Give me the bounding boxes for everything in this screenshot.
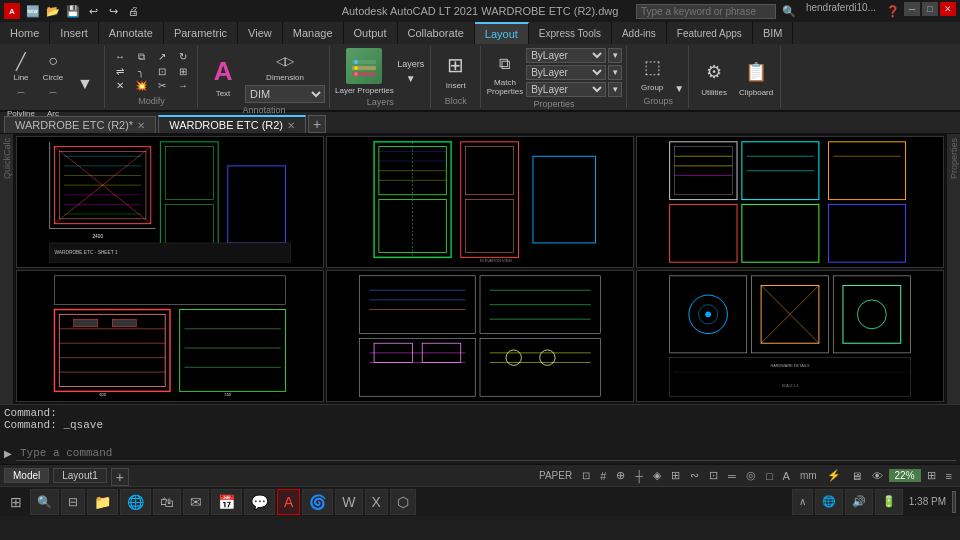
cad-panel-3[interactable] — [636, 136, 944, 268]
cad-panel-1[interactable]: 2400 WARDROBE ETC - SHEET 1 — [16, 136, 324, 268]
tab-view[interactable]: View — [238, 22, 283, 44]
search-taskbar-btn[interactable]: 🔍 — [30, 489, 59, 515]
hardware-accel-btn[interactable]: 🖥 — [847, 466, 866, 486]
tray-arrow[interactable]: ∧ — [792, 489, 813, 515]
clipboard-btn[interactable]: 📋 Clipboard — [736, 55, 776, 98]
cad-panel-6[interactable]: HARDWARE DETAILS SCALE 1:2 — [636, 270, 944, 402]
annotation-monitor-btn[interactable]: A — [779, 466, 794, 486]
viewport-controls-btn[interactable]: ⊞ — [923, 466, 940, 486]
color-dropdown-btn[interactable]: ▼ — [608, 48, 622, 63]
line-btn[interactable]: ╱Line — [6, 48, 36, 83]
text-btn[interactable]: A Text — [203, 52, 243, 99]
doc-tab-1-close[interactable]: ✕ — [137, 120, 145, 131]
ducs-btn[interactable]: ⊡ — [705, 466, 722, 486]
selection-btn[interactable]: □ — [762, 466, 777, 486]
taskbar-app-sketchup[interactable]: ⬡ — [390, 489, 416, 515]
lineweight-dropdown-btn[interactable]: ▼ — [608, 82, 622, 97]
doc-tab-2[interactable]: WARDROBE ETC (R2) ✕ — [158, 115, 306, 133]
taskbar-app-store[interactable]: 🛍 — [153, 489, 181, 515]
dimension-btn[interactable]: ◁▷ Dimension — [265, 48, 305, 83]
quickcalc-label[interactable]: QuickCalc — [2, 134, 12, 183]
layout1-tab[interactable]: Layout1 — [53, 468, 107, 483]
tab-layout[interactable]: Layout — [475, 22, 529, 44]
array-btn[interactable]: ⊞ — [173, 65, 193, 78]
mirror-btn[interactable]: ⇌ — [110, 65, 130, 78]
circle-btn[interactable]: ○Circle — [38, 48, 68, 83]
new-btn[interactable]: 🆕 — [24, 2, 42, 20]
move-btn[interactable]: ↔ — [110, 50, 130, 64]
extend-btn[interactable]: → — [173, 79, 193, 92]
units-btn[interactable]: mm — [796, 466, 821, 486]
taskbar-app-1[interactable]: 📁 — [87, 489, 118, 515]
erase-btn[interactable]: ✕ — [110, 79, 130, 92]
tab-home[interactable]: Home — [0, 22, 50, 44]
tray-volume[interactable]: 🔊 — [845, 489, 873, 515]
trim-btn[interactable]: ✂ — [152, 79, 172, 92]
linetype-select[interactable]: ByLayer — [526, 65, 606, 80]
taskbar-app-word[interactable]: W — [335, 489, 362, 515]
model-tab[interactable]: Model — [4, 468, 49, 483]
fillet-btn[interactable]: ╮ — [131, 65, 151, 78]
linetype-dropdown-btn[interactable]: ▼ — [608, 65, 622, 80]
tab-insert[interactable]: Insert — [50, 22, 99, 44]
save-btn[interactable]: 💾 — [64, 2, 82, 20]
task-view-btn[interactable]: ⊟ — [61, 489, 85, 515]
taskbar-app-calendar[interactable]: 📅 — [211, 489, 242, 515]
isolate-btn[interactable]: 👁 — [868, 466, 887, 486]
tab-collaborate[interactable]: Collaborate — [398, 22, 475, 44]
copy-btn[interactable]: ⧉ — [131, 50, 151, 64]
transparency-btn[interactable]: ◎ — [742, 466, 760, 486]
explode-btn[interactable]: 💥 — [131, 79, 151, 92]
groups-more-btn[interactable]: ▼ — [674, 83, 684, 94]
properties-label[interactable]: Properties — [949, 134, 959, 183]
layers-more-btn[interactable]: ▼ — [396, 72, 426, 85]
utilities-btn[interactable]: ⚙ Utilities — [694, 55, 734, 98]
rotate-btn[interactable]: ↻ — [173, 50, 193, 64]
cad-panel-4[interactable]: 600 550 — [16, 270, 324, 402]
draw-more-btn[interactable]: ▼ — [70, 74, 100, 94]
dim-style-select[interactable]: DIM — [245, 85, 325, 103]
new-tab-button[interactable]: + — [308, 115, 326, 133]
layers-panel-btn[interactable]: Layers — [396, 58, 426, 70]
open-btn[interactable]: 📂 — [44, 2, 62, 20]
match-properties-btn[interactable]: ⧉ MatchProperties — [486, 49, 524, 97]
taskbar-app-excel[interactable]: X — [365, 489, 388, 515]
lineweight-select[interactable]: ByLayer — [526, 82, 606, 97]
close-button[interactable]: ✕ — [940, 2, 956, 16]
color-select[interactable]: ByLayer — [526, 48, 606, 63]
ortho-btn[interactable]: ┼ — [631, 466, 647, 486]
tray-battery[interactable]: 🔋 — [875, 489, 903, 515]
help-btn[interactable]: ❓ — [884, 2, 902, 20]
taskbar-app-messenger[interactable]: 💬 — [244, 489, 275, 515]
polar-btn[interactable]: ◈ — [649, 466, 665, 486]
doc-tab-1[interactable]: WARDROBE ETC (R2)* ✕ — [4, 116, 156, 133]
tab-manage[interactable]: Manage — [283, 22, 344, 44]
taskbar-app-chrome[interactable]: 🌀 — [302, 489, 333, 515]
layer-properties-btn[interactable]: Layer Properties — [335, 48, 394, 95]
search-icon[interactable]: 🔍 — [780, 2, 798, 20]
lineweight-btn[interactable]: ═ — [724, 466, 740, 486]
command-input-field[interactable] — [16, 445, 956, 461]
cad-canvas[interactable]: 2400 WARDROBE ETC - SHEET 1 — [14, 134, 946, 404]
zoom-level[interactable]: 22% — [889, 469, 921, 482]
new-layout-btn[interactable]: + — [111, 468, 129, 486]
group-btn[interactable]: ⬚ Group — [632, 50, 672, 93]
otrack-btn[interactable]: ∾ — [686, 466, 703, 486]
taskbar-app-mail[interactable]: ✉ — [183, 489, 209, 515]
tab-express[interactable]: Express Tools — [529, 22, 612, 44]
maximize-button[interactable]: □ — [922, 2, 938, 16]
customization-btn[interactable]: ≡ — [942, 466, 956, 486]
minimize-button[interactable]: ─ — [904, 2, 920, 16]
insert-btn[interactable]: ⊞ Insert — [436, 48, 476, 91]
doc-tab-2-close[interactable]: ✕ — [287, 120, 295, 131]
plot-btn[interactable]: 🖨 — [124, 2, 142, 20]
model-space-btn[interactable]: ⊡ — [578, 466, 594, 486]
tray-network[interactable]: 🌐 — [815, 489, 843, 515]
keyword-search[interactable] — [636, 4, 776, 19]
tab-addins[interactable]: Add-ins — [612, 22, 667, 44]
redo-btn[interactable]: ↪ — [104, 2, 122, 20]
cad-panel-5[interactable] — [326, 270, 634, 402]
undo-btn[interactable]: ↩ — [84, 2, 102, 20]
stretch-btn[interactable]: ↗ — [152, 50, 172, 64]
tab-bim[interactable]: BIM — [753, 22, 794, 44]
